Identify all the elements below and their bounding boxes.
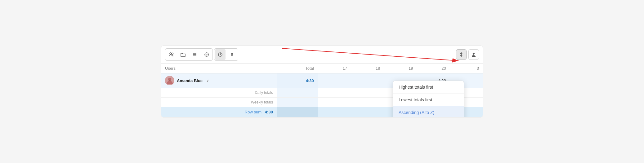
- users-icon-button[interactable]: [166, 49, 177, 60]
- sort-highest-first[interactable]: Highest totals first: [393, 81, 464, 94]
- weekly-day18: [351, 98, 384, 107]
- svg-point-3: [172, 53, 173, 55]
- col-day-18: 18: [351, 64, 384, 73]
- user-name-cell: Amanda Blue ∨: [161, 73, 277, 88]
- list-icon-button[interactable]: [190, 49, 200, 60]
- toolbar: $: [161, 46, 483, 64]
- svg-rect-15: [168, 78, 172, 80]
- rowsum-label-cell: Row sum 4:30: [161, 107, 277, 117]
- svg-line-10: [220, 55, 221, 55]
- svg-point-2: [170, 53, 172, 55]
- daily-day18: [351, 88, 384, 98]
- col-total: Total: [277, 64, 318, 73]
- sort-lowest-first[interactable]: Lowest totals first: [393, 94, 464, 106]
- col-day-19: 19: [384, 64, 417, 73]
- clock-icon-button[interactable]: [215, 49, 226, 60]
- rowsum-total-inline: 4:30: [265, 110, 273, 114]
- folder-icon-button[interactable]: [178, 49, 188, 60]
- export-button[interactable]: [468, 49, 479, 60]
- check-icon-button[interactable]: [201, 49, 212, 60]
- dollar-icon-button[interactable]: $: [227, 49, 237, 60]
- dollar-symbol: $: [231, 52, 233, 57]
- col-day-17: 17: [318, 64, 351, 73]
- time-dollar-group: $: [214, 48, 238, 61]
- rowsum-day17: [318, 107, 351, 117]
- toolbar-right: [456, 49, 479, 60]
- sort-button[interactable]: [456, 49, 467, 60]
- user-name: Amanda Blue: [177, 78, 203, 83]
- rowsum-day18: [351, 107, 384, 117]
- col-users: Users: [161, 64, 277, 73]
- weekly-day17: [318, 98, 351, 107]
- avatar: [165, 76, 174, 85]
- weekly-totals-label: Weekly totals: [161, 98, 277, 107]
- rowsum-label: Row sum: [245, 110, 262, 114]
- daily-day17: [318, 88, 351, 98]
- col-day-20: 20: [417, 64, 449, 73]
- view-toggle-group: [165, 48, 213, 61]
- col-day-3: 3: [450, 64, 483, 73]
- sort-dropdown-menu: Highest totals first Lowest totals first…: [393, 81, 464, 117]
- daily-totals-total: [277, 88, 318, 98]
- user-total-cell: 4:30: [277, 73, 318, 88]
- user-day18: [351, 73, 384, 88]
- toolbar-left: $: [165, 48, 238, 61]
- rowsum-total-cell: [277, 107, 318, 117]
- user-day17: [318, 73, 351, 88]
- weekly-totals-total: [277, 98, 318, 107]
- sort-ascending-az[interactable]: Ascending (A to Z): [393, 106, 464, 117]
- chevron-down-icon[interactable]: ∨: [206, 78, 209, 83]
- table-header-row: Users Total 17 18 19 20 3: [161, 64, 483, 73]
- daily-totals-label: Daily totals: [161, 88, 277, 98]
